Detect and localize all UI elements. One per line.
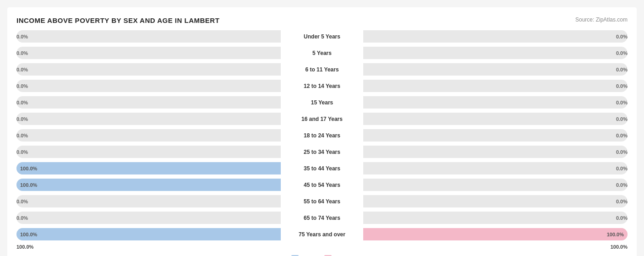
left-section: 100.0% xyxy=(16,177,281,192)
chart-row: 0.0%15 Years0.0% xyxy=(16,95,628,110)
female-value-outside: 0.0% xyxy=(616,182,628,188)
female-value-outside: 0.0% xyxy=(616,133,628,138)
bottom-left-value: 100.0% xyxy=(16,244,33,250)
row-label: 45 to 54 Years xyxy=(281,182,363,188)
row-label: 55 to 64 Years xyxy=(281,198,363,205)
bottom-right-value: 100.0% xyxy=(611,244,628,250)
right-section: 0.0% xyxy=(363,161,628,176)
left-section: 0.0% xyxy=(16,210,281,225)
chart-row: 0.0%12 to 14 Years0.0% xyxy=(16,78,628,93)
chart-row: 0.0%55 to 64 Years0.0% xyxy=(16,194,628,209)
chart-row: 0.0%18 to 24 Years0.0% xyxy=(16,128,628,143)
right-section: 0.0% xyxy=(363,95,628,110)
male-value-outside: 0.0% xyxy=(16,50,28,56)
male-value-outside: 0.0% xyxy=(16,215,28,221)
female-value-outside: 0.0% xyxy=(616,34,628,39)
chart-row: 0.0%25 to 34 Years0.0% xyxy=(16,144,628,159)
female-value-outside: 0.0% xyxy=(616,100,628,105)
male-value-outside: 0.0% xyxy=(16,34,28,39)
female-value-outside: 0.0% xyxy=(616,215,628,221)
chart-container: INCOME ABOVE POVERTY BY SEX AND AGE IN L… xyxy=(7,7,637,256)
male-value-outside: 0.0% xyxy=(16,149,28,155)
left-section: 100.0% xyxy=(16,227,281,242)
chart-row: 0.0%6 to 11 Years0.0% xyxy=(16,62,628,77)
row-label: 18 to 24 Years xyxy=(281,132,363,139)
row-label: 12 to 14 Years xyxy=(281,83,363,89)
male-bar: 100.0% xyxy=(16,162,281,174)
chart-row: 0.0%5 Years0.0% xyxy=(16,45,628,60)
left-section: 0.0% xyxy=(16,144,281,159)
male-value-outside: 0.0% xyxy=(16,100,28,105)
male-value-outside: 0.0% xyxy=(16,67,28,72)
left-section: 0.0% xyxy=(16,62,281,77)
left-section: 0.0% xyxy=(16,45,281,60)
male-value-outside: 0.0% xyxy=(16,116,28,122)
right-section: 0.0% xyxy=(363,210,628,225)
male-value-inside: 100.0% xyxy=(16,182,37,188)
left-section: 100.0% xyxy=(16,161,281,176)
right-section: 0.0% xyxy=(363,144,628,159)
chart-row: 0.0%65 to 74 Years0.0% xyxy=(16,210,628,225)
female-value-outside: 0.0% xyxy=(616,50,628,56)
row-label: 16 and 17 Years xyxy=(281,116,363,122)
source-text: Source: ZipAtlas.com xyxy=(575,16,628,23)
female-value-outside: 0.0% xyxy=(616,149,628,155)
male-value-outside: 0.0% xyxy=(16,199,28,204)
row-label: 6 to 11 Years xyxy=(281,66,363,73)
left-section: 0.0% xyxy=(16,29,281,44)
left-section: 0.0% xyxy=(16,78,281,93)
row-label: 75 Years and over xyxy=(281,231,363,238)
chart-title: INCOME ABOVE POVERTY BY SEX AND AGE IN L… xyxy=(16,16,628,24)
male-value-inside: 100.0% xyxy=(16,232,37,237)
female-bar: 100.0% xyxy=(363,228,628,240)
chart-area: 0.0%Under 5 Years0.0%0.0%5 Years0.0%0.0%… xyxy=(16,29,628,250)
male-value-inside: 100.0% xyxy=(16,166,37,171)
left-section: 0.0% xyxy=(16,111,281,126)
left-section: 0.0% xyxy=(16,194,281,209)
female-value-inside: 100.0% xyxy=(607,232,628,237)
right-section: 100.0% xyxy=(363,227,628,242)
left-section: 0.0% xyxy=(16,128,281,143)
row-label: 15 Years xyxy=(281,99,363,106)
right-section: 0.0% xyxy=(363,128,628,143)
female-value-outside: 0.0% xyxy=(616,67,628,72)
right-section: 0.0% xyxy=(363,45,628,60)
right-section: 0.0% xyxy=(363,194,628,209)
chart-row: 0.0%Under 5 Years0.0% xyxy=(16,29,628,44)
right-section: 0.0% xyxy=(363,111,628,126)
bottom-values-row: 100.0%100.0% xyxy=(16,243,628,250)
male-bar: 100.0% xyxy=(16,179,281,191)
female-value-outside: 0.0% xyxy=(616,83,628,89)
left-section: 0.0% xyxy=(16,95,281,110)
row-label: 25 to 34 Years xyxy=(281,149,363,155)
right-section: 0.0% xyxy=(363,62,628,77)
female-value-outside: 0.0% xyxy=(616,166,628,171)
chart-row: 0.0%16 and 17 Years0.0% xyxy=(16,111,628,126)
right-section: 0.0% xyxy=(363,29,628,44)
chart-row: 100.0%45 to 54 Years0.0% xyxy=(16,177,628,192)
chart-row: 100.0%75 Years and over100.0% xyxy=(16,227,628,242)
row-label: 5 Years xyxy=(281,50,363,56)
chart-row: 100.0%35 to 44 Years0.0% xyxy=(16,161,628,176)
row-label: Under 5 Years xyxy=(281,33,363,40)
female-value-outside: 0.0% xyxy=(616,116,628,122)
female-value-outside: 0.0% xyxy=(616,199,628,204)
right-section: 0.0% xyxy=(363,177,628,192)
row-label: 35 to 44 Years xyxy=(281,165,363,172)
male-value-outside: 0.0% xyxy=(16,83,28,89)
row-label: 65 to 74 Years xyxy=(281,215,363,221)
male-value-outside: 0.0% xyxy=(16,133,28,138)
right-section: 0.0% xyxy=(363,78,628,93)
male-bar: 100.0% xyxy=(16,228,281,240)
